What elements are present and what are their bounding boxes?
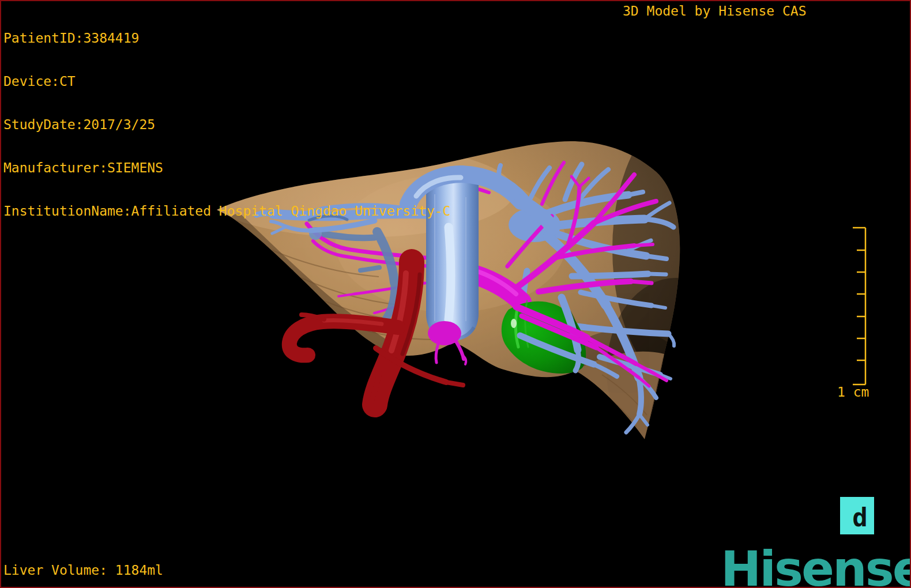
orientation-letter: d: [852, 503, 868, 532]
study-date-line: StudyDate:2017/3/25: [3, 118, 450, 132]
manufacturer-line: Manufacturer:SIEMENS: [3, 161, 450, 175]
institution-line: InstitutionName:Affiliated Hospital Qing…: [3, 204, 450, 218]
scale-bar: 1 cm: [837, 228, 869, 399]
hisense-logo: Hisense: [721, 541, 911, 588]
scale-bar-label: 1 cm: [837, 385, 869, 399]
app-window: 1 cm PatientID:3384419 Device:CT StudyDa…: [0, 0, 911, 588]
device-line: Device:CT: [3, 74, 450, 89]
liver-volume-label: Liver Volume: 1184ml: [3, 563, 163, 578]
orientation-cube-widget[interactable]: d: [840, 497, 874, 534]
patient-info-block: PatientID:3384419 Device:CT StudyDate:20…: [3, 2, 450, 247]
patient-id-line: PatientID:3384419: [3, 31, 450, 46]
watermark-title: 3D Model by Hisense CAS: [623, 3, 807, 18]
